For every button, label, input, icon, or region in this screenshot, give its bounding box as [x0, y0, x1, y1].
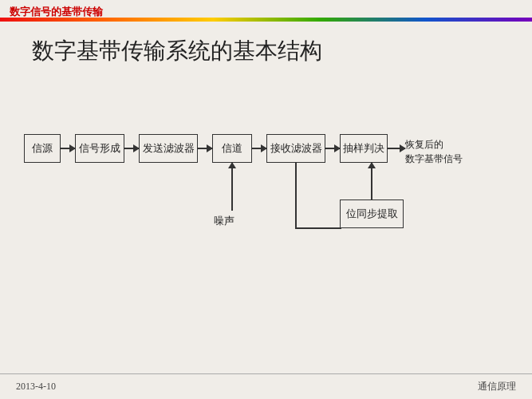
diagram: 信源 信号形成 发送滤波器 信道 接收滤波器 抽样判决 恢复后的 数字基带信号 …: [24, 112, 508, 287]
noise-arrow: [231, 163, 233, 211]
noise-label: 噪声: [214, 214, 234, 228]
arrow-4: [252, 148, 266, 149]
box-tx-filter: 发送滤波器: [139, 134, 198, 163]
box-channel: 信道: [212, 134, 252, 163]
output-label: 恢复后的 数字基带信号: [405, 137, 463, 166]
arrow-2: [124, 148, 139, 149]
box-source: 信源: [24, 134, 61, 163]
header-title: 数字信号的基带传输: [10, 4, 103, 19]
box-rx-filter: 接收滤波器: [266, 134, 325, 163]
sync-line-h: [295, 227, 341, 229]
sync-line-v: [295, 163, 297, 228]
page-title: 数字基带传输系统的基本结构: [32, 36, 322, 66]
box-sampler: 抽样判决: [340, 134, 388, 163]
footer-date: 2013-4-10: [16, 381, 56, 393]
arrow-1: [61, 148, 75, 149]
arrow-3: [198, 148, 212, 149]
arrow-5: [325, 148, 340, 149]
footer: 2013-4-10 通信原理: [0, 373, 532, 399]
box-signal-shaping: 信号形成: [75, 134, 124, 163]
slide: 数字信号的基带传输 数字基带传输系统的基本结构 信源 信号形成 发送滤波器 信道…: [0, 0, 532, 399]
sync-arrow: [371, 163, 372, 200]
footer-course: 通信原理: [478, 380, 516, 393]
box-sync: 位同步提取: [340, 200, 404, 228]
arrow-6: [388, 148, 405, 149]
